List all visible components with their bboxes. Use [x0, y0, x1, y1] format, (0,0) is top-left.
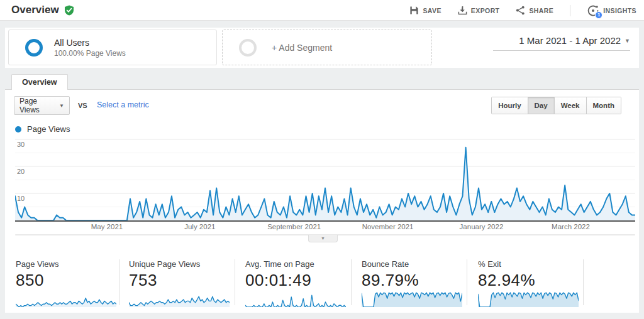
x-axis-label: January 2022 — [460, 223, 504, 230]
card-divider — [467, 259, 467, 305]
verified-shield-icon — [64, 5, 74, 16]
granularity-hourly-button[interactable]: Hourly — [492, 97, 528, 114]
dropdown-caret-icon: ▼ — [59, 103, 64, 109]
select-metric-link[interactable]: Select a metric — [97, 100, 149, 109]
segment-subtitle: 100.00% Page Views — [54, 49, 126, 58]
export-icon — [458, 6, 467, 15]
segments-bar: All Users 100.00% Page Views + Add Segme… — [5, 28, 639, 68]
chevron-down-icon: ▼ — [321, 236, 325, 241]
sparkline-unique-page-views — [129, 292, 230, 307]
vs-label: VS — [78, 102, 87, 109]
granularity-day-button[interactable]: Day — [528, 97, 555, 114]
card-percent-exit[interactable]: % Exit 82.94% — [478, 259, 581, 310]
granularity-week-button[interactable]: Week — [555, 97, 587, 114]
x-axis-label: March 2022 — [552, 223, 590, 230]
export-label: EXPORT — [471, 7, 500, 14]
card-value: 00:01:49 — [245, 271, 348, 290]
card-divider — [583, 259, 584, 305]
metric-selector-dropdown[interactable]: Page Views ▼ — [14, 96, 70, 115]
header-actions: SAVE EXPORT SHARE — [409, 0, 636, 21]
date-underline — [493, 50, 630, 51]
insights-button[interactable]: 1 INSIGHTS — [587, 4, 636, 17]
top-header: Overview SAVE EXPORT — [0, 0, 644, 21]
report-panel: Page Views ▼ VS Select a metric Hourly D… — [5, 89, 639, 313]
x-axis: May 2021July 2021September 2021November … — [15, 223, 635, 233]
legend-label: Page Views — [27, 124, 70, 134]
save-button[interactable]: SAVE — [409, 6, 441, 15]
card-divider — [235, 259, 235, 305]
card-label: Bounce Rate — [362, 259, 465, 269]
timeline-chart-svg — [15, 135, 635, 220]
header-divider — [570, 5, 570, 16]
date-caret-icon: ▼ — [625, 38, 630, 44]
x-axis-label: May 2021 — [91, 223, 123, 230]
date-range-picker[interactable]: 1 Mar 2021 - 1 Apr 2022▼ — [493, 35, 630, 51]
sparkline-percent-exit — [478, 292, 579, 307]
save-label: SAVE — [423, 7, 441, 14]
y-axis-label: 30 — [17, 141, 25, 148]
metric-selector-value: Page Views — [19, 97, 59, 114]
sparkline-page-views — [16, 292, 116, 307]
card-label: Avg. Time on Page — [245, 259, 348, 269]
card-value: 89.79% — [362, 271, 465, 290]
chart-legend: Page Views — [15, 124, 70, 134]
sparkline-avg-time — [245, 292, 346, 307]
x-axis-label: July 2021 — [184, 223, 215, 230]
export-button[interactable]: EXPORT — [458, 6, 500, 15]
granularity-toggle: Hourly Day Week Month — [491, 97, 621, 114]
granularity-month-button[interactable]: Month — [587, 97, 621, 114]
y-axis-label: 20 — [17, 168, 25, 175]
x-axis-line — [15, 220, 635, 222]
card-avg-time[interactable]: Avg. Time on Page 00:01:49 — [245, 259, 348, 310]
chart-collapse-button[interactable]: ▼ — [308, 235, 338, 242]
segment-title: All Users — [54, 38, 126, 48]
card-label: % Exit — [478, 259, 581, 269]
card-value: 850 — [16, 271, 119, 290]
share-icon — [516, 6, 525, 15]
metric-cards-row: Page Views 850 Unique Page Views 753 Avg… — [5, 258, 639, 308]
bottom-strip — [0, 313, 644, 319]
card-value: 753 — [129, 271, 232, 290]
legend-dot-icon — [15, 126, 21, 132]
insights-label: INSIGHTS — [603, 7, 636, 14]
card-bounce-rate[interactable]: Bounce Rate 89.79% — [362, 259, 465, 310]
page-title: Overview — [11, 4, 59, 16]
tab-overview[interactable]: Overview — [11, 74, 68, 90]
card-page-views[interactable]: Page Views 850 — [16, 259, 119, 310]
ga-overview-page: Overview SAVE EXPORT — [0, 0, 644, 319]
card-value: 82.94% — [478, 271, 581, 290]
y-axis-label: 10 — [17, 195, 25, 202]
card-unique-page-views[interactable]: Unique Page Views 753 — [129, 259, 232, 310]
sparkline-bounce-rate — [362, 292, 462, 307]
add-segment-ring-icon — [239, 39, 257, 57]
card-divider — [119, 259, 120, 305]
segment-ring-icon — [25, 39, 43, 57]
card-label: Unique Page Views — [129, 259, 232, 269]
x-axis-label: September 2021 — [267, 223, 321, 230]
x-axis-label: November 2021 — [362, 223, 414, 230]
insights-badge: 1 — [595, 11, 602, 19]
page-views-chart[interactable]: 102030 — [15, 135, 635, 220]
segment-all-users[interactable]: All Users 100.00% Page Views — [8, 30, 217, 65]
share-label: SHARE — [529, 7, 553, 14]
date-range-value: 1 Mar 2021 - 1 Apr 2022 — [519, 35, 621, 46]
save-icon — [409, 6, 419, 15]
card-divider — [351, 259, 352, 305]
add-segment-button[interactable]: + Add Segment — [222, 30, 432, 65]
share-button[interactable]: SHARE — [516, 6, 553, 15]
card-label: Page Views — [16, 259, 119, 269]
add-segment-label: + Add Segment — [272, 43, 332, 53]
tab-overview-label: Overview — [22, 78, 57, 87]
